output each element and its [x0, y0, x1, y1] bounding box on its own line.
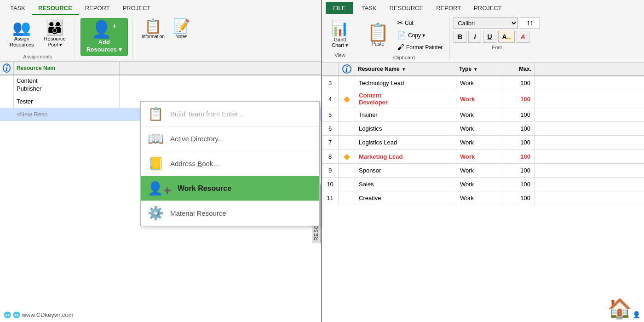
cell-info — [0, 75, 14, 95]
cell-rname-overalloc[interactable]: ContentDeveloper — [355, 90, 456, 108]
ribbon-tabs-right: FILE TASK RESOURCE REPORT PROJECT — [322, 2, 644, 14]
bold-button[interactable]: B — [454, 31, 466, 43]
view-group-label: View — [326, 52, 354, 58]
assign-resources-button[interactable]: 👥 AssignResources — [6, 18, 38, 50]
cell-max: 100 — [502, 76, 535, 90]
underline-button[interactable]: U — [483, 31, 496, 43]
warning-icon: ◆ — [344, 94, 350, 104]
dropdown-item-material-resource[interactable]: ⚙️ Material Resource — [141, 201, 319, 226]
active-directory-icon: 📖 — [147, 131, 164, 146]
cell-name[interactable]: Tester — [14, 95, 120, 108]
rgroup-font: Calibri B I U A▬ A Font — [454, 17, 545, 60]
cut-button[interactable]: ✂ Cut — [395, 17, 445, 29]
cut-copy-format: ✂ Cut 📄 Copy ▾ 🖌 Format Painter — [395, 17, 445, 53]
cell-num: 5 — [322, 108, 339, 121]
tab-project-left[interactable]: PROJECT — [116, 2, 157, 15]
font-group-label: Font — [454, 45, 540, 50]
resource-pool-button[interactable]: 👨‍👩‍👦 ResourcePool ▾ — [40, 18, 70, 50]
add-resources-button[interactable]: 👤+ AddResources ▾ — [80, 18, 128, 56]
tab-task-right[interactable]: TASK — [355, 2, 383, 14]
scissors-icon: ✂ — [397, 18, 403, 27]
cell-rname-overalloc[interactable]: Marketing Lead — [355, 150, 456, 163]
copy-button[interactable]: 📄 Copy ▾ — [395, 29, 445, 41]
ribbon-right: FILE TASK RESOURCE REPORT PROJECT 📊 Gant… — [322, 0, 644, 63]
cell-num: 8 — [322, 150, 339, 163]
cell-max: 100 — [502, 108, 535, 121]
cell-rname[interactable]: Sponsor — [355, 164, 456, 177]
highlight-button[interactable]: A▬ — [498, 31, 515, 43]
ribbon-body-left: 👥 AssignResources 👨‍👩‍👦 ResourcePool ▾ A… — [0, 15, 321, 61]
tab-file-right[interactable]: FILE — [326, 2, 353, 14]
left-panel: TASK RESOURCE REPORT PROJECT 👥 AssignRes… — [0, 0, 322, 322]
cell-max-overalloc: 100 — [502, 90, 535, 108]
grid-main: i Resource Name ▾ Type ▾ Max. 3 Technolo… — [322, 63, 644, 322]
cell-type: Work — [456, 191, 502, 205]
ribbon-tabs-left: TASK RESOURCE REPORT PROJECT — [0, 2, 321, 15]
information-label: Information — [142, 34, 165, 40]
cell-type: Work — [456, 164, 502, 177]
dropdown-item-address-book[interactable]: 📒 Address Book... — [141, 151, 319, 176]
person-icon: 👤 — [632, 311, 640, 318]
cell-warn — [339, 108, 355, 121]
tab-task-left[interactable]: TASK — [4, 2, 32, 15]
table-row: 3 Technology Lead Work 100 — [322, 76, 644, 90]
info-header-icon-right: i — [342, 64, 351, 74]
copy-label: Copy ▾ — [408, 32, 425, 39]
tab-report-left[interactable]: REPORT — [79, 2, 116, 15]
clipboard-top: 📋 Paste ✂ Cut 📄 Copy ▾ 🖌 — [363, 17, 445, 53]
dropdown-item-work-resource[interactable]: 👤➕ Work Resource — [141, 176, 319, 201]
cell-rname[interactable]: Technology Lead — [355, 76, 456, 90]
cell-rname[interactable]: Creative — [355, 191, 456, 205]
rgroup-view: 📊 GanttChart ▾ View — [326, 17, 359, 60]
cell-name[interactable]: Content Publisher — [14, 75, 120, 95]
notes-label: Notes — [175, 34, 187, 40]
cell-rname[interactable]: Trainer — [355, 108, 456, 121]
cell-warn — [339, 122, 355, 135]
cell-max: 100 — [502, 122, 535, 135]
resource-pool-icon: 👨‍👩‍👦 — [46, 20, 64, 35]
warning-icon-8: ◆ — [344, 151, 350, 161]
cell-rname[interactable]: Sales — [355, 178, 456, 191]
dropdown-item-active-directory[interactable]: 📖 Active Directory... — [141, 126, 319, 151]
gantt-chart-icon: 📊 — [331, 19, 349, 37]
font-color-button[interactable]: A — [517, 31, 529, 43]
header-num — [322, 63, 339, 75]
grid-header-right: i Resource Name ▾ Type ▾ Max. — [322, 63, 644, 76]
cell-rname[interactable]: Logistics — [355, 122, 456, 135]
information-button[interactable]: 📋 Information — [138, 18, 168, 41]
tab-resource-right[interactable]: RESOURCE — [383, 2, 430, 14]
header-info: i — [0, 62, 14, 75]
gantt-chart-button[interactable]: 📊 GanttChart ▾ — [326, 17, 354, 51]
tab-project-right[interactable]: PROJECT — [467, 2, 508, 14]
tab-resource-left[interactable]: RESOURCE — [32, 2, 79, 15]
font-row-1: Calibri — [454, 17, 540, 29]
cell-warn — [339, 164, 355, 177]
paste-button[interactable]: 📋 Paste — [363, 22, 393, 48]
font-controls: Calibri B I U A▬ A — [454, 17, 540, 43]
table-row: 11 Creative Work 100 — [322, 191, 644, 205]
format-painter-button[interactable]: 🖌 Format Painter — [395, 42, 445, 53]
cell-warn — [339, 136, 355, 149]
cell-rname[interactable]: Logistics Lead — [355, 136, 456, 149]
cell-num: 6 — [322, 122, 339, 135]
cell-warn — [339, 178, 355, 191]
assignments-buttons: 👥 AssignResources 👨‍👩‍👦 ResourcePool ▾ — [6, 18, 70, 50]
paintbrush-icon: 🖌 — [397, 43, 404, 52]
dropdown-item-build-team[interactable]: 📋 Build Team from Enter... — [141, 102, 319, 126]
build-team-icon: 📋 — [147, 106, 164, 121]
cell-num: 9 — [322, 164, 339, 177]
cell-max: 100 — [502, 178, 535, 191]
italic-button[interactable]: I — [468, 31, 481, 43]
table-row: 7 Logistics Lead Work 100 — [322, 136, 644, 150]
resource-pool-label: ResourcePool ▾ — [44, 36, 66, 48]
gantt-chart-label: GanttChart ▾ — [332, 37, 348, 48]
tab-report-right[interactable]: REPORT — [430, 2, 467, 14]
cell-type: Work — [456, 108, 502, 121]
cut-label: Cut — [405, 20, 414, 26]
cell-name-new[interactable]: <New Reso — [14, 108, 120, 121]
font-family-select[interactable]: Calibri — [454, 17, 518, 29]
rgroup-clipboard: 📋 Paste ✂ Cut 📄 Copy ▾ 🖌 — [363, 17, 450, 60]
font-size-input[interactable] — [520, 17, 540, 29]
notes-button[interactable]: 📝 Notes — [170, 18, 193, 41]
add-resources-dropdown: 📋 Build Team from Enter... 📖 Active Dire… — [140, 101, 320, 226]
